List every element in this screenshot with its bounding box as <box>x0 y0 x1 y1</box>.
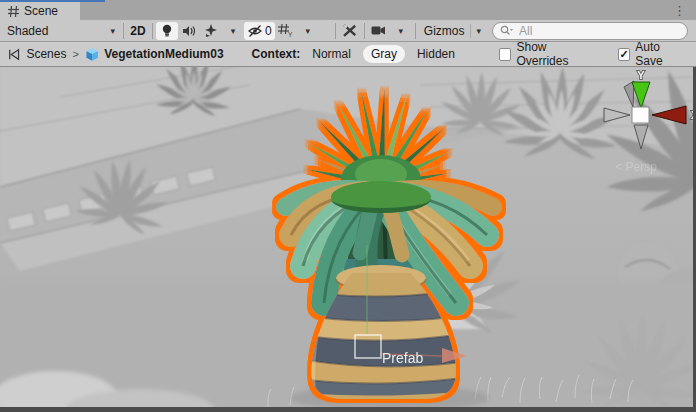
scene-search[interactable] <box>492 22 688 40</box>
scene-viewport[interactable]: Prefab Y X < Persp <box>0 67 696 412</box>
context-option-hidden[interactable]: Hidden <box>409 45 463 63</box>
tab-label: Scene <box>24 4 58 18</box>
auto-save-checkbox[interactable]: ✓ Auto Save <box>618 40 688 68</box>
scene-visibility-toggle[interactable]: 0 <box>244 22 275 40</box>
unity-scene-window: Scene ⋮ Shaded ▾ 2D <box>0 0 696 412</box>
divider <box>123 23 124 39</box>
tab-bar: Scene ⋮ <box>0 0 696 20</box>
divider <box>364 23 365 39</box>
hidden-count: 0 <box>265 24 272 38</box>
effects-toggle[interactable] <box>200 22 222 40</box>
scene-toolbar: Shaded ▾ 2D <box>0 20 696 42</box>
breadcrumb-scenes[interactable]: Scenes <box>26 47 66 61</box>
camera-dropdown[interactable]: ▾ <box>390 22 412 40</box>
camera-icon <box>371 25 386 36</box>
chevron-down-icon: ▾ <box>110 26 115 36</box>
grid-axis-icon: Y <box>278 24 293 37</box>
chevron-down-icon: ▾ <box>231 26 236 36</box>
tools-icon <box>343 24 357 37</box>
lightbulb-icon <box>161 24 173 38</box>
eye-slash-icon <box>247 25 263 37</box>
breadcrumb-prefab-name[interactable]: VegetationMedium03 <box>104 47 223 61</box>
show-overrides-checkbox[interactable]: Show Overrides <box>499 40 598 68</box>
context-label: Context: <box>252 47 301 61</box>
prefab-cube-icon <box>85 47 99 62</box>
chevron-down-icon: ▾ <box>399 26 404 36</box>
divider <box>152 23 153 39</box>
context-option-gray[interactable]: Gray <box>363 45 405 63</box>
kebab-menu-icon[interactable]: ⋮ <box>673 2 686 20</box>
lighting-toggle[interactable] <box>156 22 178 40</box>
drag-ghost-label: Prefab <box>382 350 423 366</box>
2d-toggle[interactable]: 2D <box>127 22 149 40</box>
camera-mode-label[interactable]: < Persp <box>615 160 657 174</box>
gizmos-dropdown[interactable]: Gizmos ▾ <box>419 22 486 40</box>
auto-save-label: Auto Save <box>635 40 688 68</box>
speaker-icon <box>182 25 196 37</box>
draw-mode-label: Shaded <box>7 24 48 38</box>
back-arrow-icon[interactable] <box>8 48 21 61</box>
search-input[interactable] <box>517 23 680 39</box>
context-option-normal[interactable]: Normal <box>304 45 359 63</box>
divider <box>335 23 336 39</box>
chevron-down-icon: ▾ <box>470 24 481 38</box>
window-edge-bottom <box>0 407 696 412</box>
breadcrumb-chevron: > <box>72 48 78 60</box>
gizmo-center-cube[interactable] <box>632 107 649 123</box>
grid-visibility-toggle[interactable]: Y <box>275 22 297 40</box>
overlay-tools-button[interactable] <box>339 22 361 40</box>
divider <box>415 23 416 39</box>
audio-toggle[interactable] <box>178 22 200 40</box>
draw-mode-dropdown[interactable]: Shaded ▾ <box>2 22 120 40</box>
effects-star-icon <box>204 24 218 37</box>
show-overrides-label: Show Overrides <box>516 40 597 68</box>
effects-dropdown[interactable]: ▾ <box>222 22 244 40</box>
svg-text:Y: Y <box>288 31 293 37</box>
tab-scene[interactable]: Scene <box>0 2 80 20</box>
search-icon <box>500 25 513 36</box>
gizmos-label: Gizmos <box>424 24 465 38</box>
prefab-bar: Scenes > VegetationMedium03 Context: Nor… <box>0 42 696 67</box>
grid-dropdown[interactable]: ▾ <box>297 22 319 40</box>
y-axis-label: Y <box>637 69 645 81</box>
checkbox-box[interactable]: ✓ <box>618 48 630 61</box>
checkbox-box[interactable] <box>499 48 511 61</box>
focus-accent-line <box>0 0 105 2</box>
camera-button[interactable] <box>368 22 390 40</box>
scene-tab-grid-icon <box>8 6 19 17</box>
chevron-down-icon: ▾ <box>305 26 310 36</box>
